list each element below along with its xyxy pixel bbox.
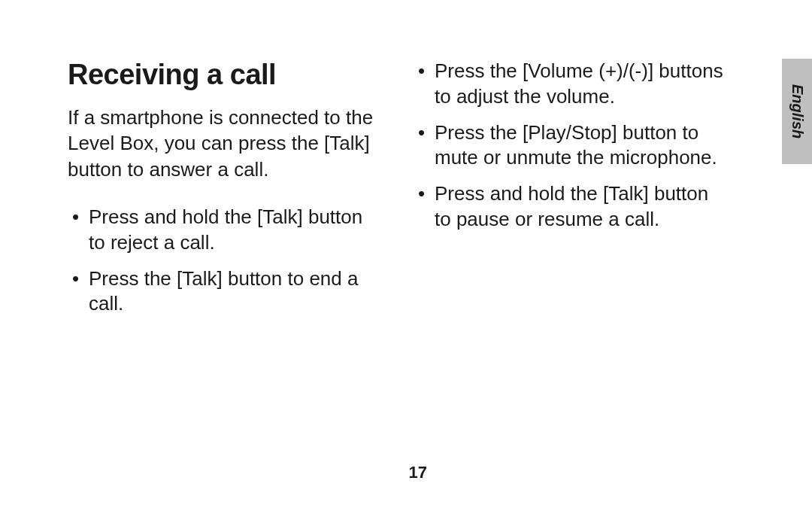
list-item: Press the [Play/Stop] button to mute or … <box>414 120 729 172</box>
manual-page: English Receiving a call If a smartphone… <box>0 0 812 508</box>
list-item: Press the [Volume (+)/(-)] buttons to ad… <box>414 59 729 110</box>
list-item: Press and hold the [Talk] button to paus… <box>414 181 729 233</box>
left-bullet-list: Press and hold the [Talk] button to reje… <box>68 205 383 317</box>
intro-paragraph: If a smartphone is connected to the Leve… <box>68 105 383 182</box>
right-column: Press the [Volume (+)/(-)] buttons to ad… <box>414 59 729 327</box>
right-bullet-list: Press the [Volume (+)/(-)] buttons to ad… <box>414 59 729 233</box>
language-tab: English <box>782 59 812 164</box>
page-number: 17 <box>409 463 427 482</box>
language-label: English <box>789 84 806 138</box>
list-item: Press and hold the [Talk] button to reje… <box>68 205 383 256</box>
section-heading: Receiving a call <box>68 59 383 91</box>
content-columns: Receiving a call If a smartphone is conn… <box>68 59 744 327</box>
left-column: Receiving a call If a smartphone is conn… <box>68 59 383 327</box>
list-item: Press the [Talk] button to end a call. <box>68 266 383 318</box>
